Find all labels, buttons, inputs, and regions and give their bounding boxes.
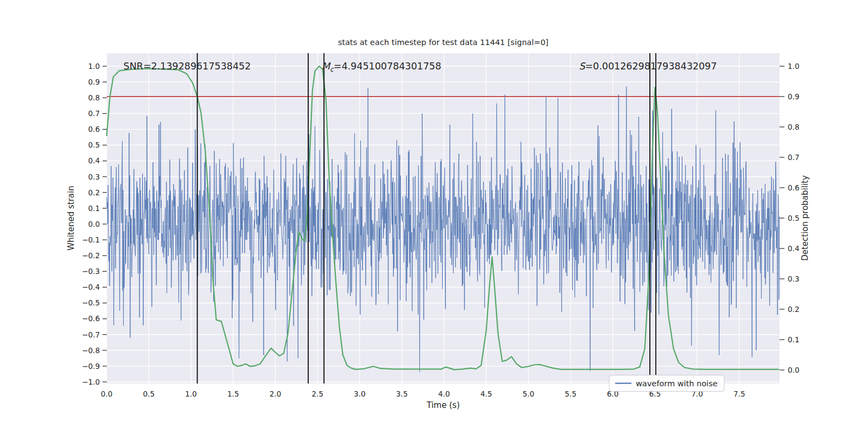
stats-figure: 1.00.90.80.70.60.50.40.30.20.10.0−0.1−0.… [0, 0, 868, 434]
left-tick-label: 0.2 [88, 188, 100, 197]
x-tick-label: 0.5 [143, 390, 155, 398]
legend-label: waveform with noise [636, 379, 718, 388]
chart-title: stats at each timestep for test data 114… [338, 38, 548, 47]
right-tick-label: 0.5 [788, 214, 799, 222]
left-tick-label: 0.1 [88, 204, 100, 213]
left-tick-label: −0.4 [82, 283, 100, 291]
left-tick-label: 0.4 [88, 156, 100, 165]
right-tick-label: 0.3 [788, 275, 799, 283]
legend: waveform with noise [609, 375, 724, 392]
x-tick-label: 1.0 [185, 390, 196, 398]
left-tick-label: −0.1 [82, 235, 100, 244]
right-tick-label: 0.8 [788, 123, 799, 131]
right-tick-label: 1.0 [788, 62, 799, 71]
x-tick-label: 5.0 [522, 390, 534, 398]
x-tick-label: 1.5 [227, 390, 239, 398]
left-tick-label: −0.8 [82, 346, 100, 355]
left-tick-label: 0.8 [88, 93, 100, 102]
right-tick-label: 0.6 [788, 183, 799, 192]
right-tick-label: 0.9 [788, 92, 799, 101]
x-tick-label: 7.5 [733, 390, 745, 398]
left-tick-label: −0.6 [82, 314, 100, 323]
left-tick-label: 0.7 [88, 109, 100, 118]
x-tick-label: 5.5 [565, 390, 576, 398]
right-tick-label: 0.2 [788, 305, 799, 314]
right-axis-label: Detection probability [800, 175, 810, 261]
x-tick-label: 2.5 [312, 390, 323, 398]
left-axis-label: Whitened strain [66, 186, 76, 250]
stats-chart: 1.00.90.80.70.60.50.40.30.20.10.0−0.1−0.… [0, 0, 868, 434]
left-tick-label: 0.9 [88, 78, 100, 86]
x-axis-label: Time (s) [426, 400, 460, 410]
annotation-layer: SNR=2.139289617538452Mc=4.94510078430175… [124, 61, 717, 73]
left-tick-label: −0.2 [82, 251, 100, 260]
left-tick-label: 0.6 [88, 125, 100, 133]
right-tick-label: 0.4 [788, 244, 799, 253]
left-tick-label: −0.5 [82, 298, 100, 307]
x-tick-label: 0.0 [101, 390, 112, 398]
left-tick-label: −0.7 [82, 330, 100, 339]
x-tick-label: 4.5 [481, 390, 492, 398]
x-tick-label: 4.0 [438, 390, 450, 398]
right-tick-label: 0.0 [788, 366, 799, 374]
stat-annotation: SNR=2.139289617538452 [124, 61, 251, 72]
left-tick-label: 0.3 [88, 173, 100, 181]
right-tick-label: 0.1 [788, 335, 799, 344]
left-tick-label: −0.9 [82, 362, 100, 371]
x-tick-label: 2.0 [270, 390, 281, 398]
x-tick-label: 3.0 [354, 390, 365, 398]
right-tick-label: 0.7 [788, 153, 799, 162]
left-tick-label: 1.0 [88, 62, 100, 71]
left-tick-label: 0.5 [88, 141, 100, 149]
left-tick-label: 0.0 [88, 220, 100, 228]
left-tick-label: −1.0 [82, 378, 100, 386]
left-tick-label: −0.3 [82, 267, 100, 276]
stat-annotation: Mc=4.945100784301758 [322, 61, 441, 73]
x-tick-label: 3.5 [396, 390, 407, 398]
stat-annotation: S=0.0012629817938432097 [579, 61, 717, 72]
